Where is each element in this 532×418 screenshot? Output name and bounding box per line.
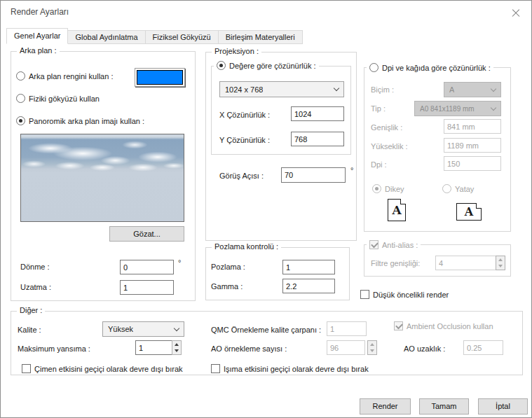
checkbox-checked-icon bbox=[369, 240, 378, 249]
page-fold-corner bbox=[400, 199, 406, 204]
tab-global-aydinlatma[interactable]: Global Aydınlatma bbox=[67, 30, 145, 44]
radio-panoramic-image[interactable]: Panoromik arka plan imajı kullan : bbox=[16, 116, 144, 125]
rotation-unit: ° bbox=[178, 258, 181, 267]
radio-icon-selected bbox=[372, 184, 381, 193]
stretch-input[interactable] bbox=[120, 280, 174, 295]
radio-resolution-by-value[interactable]: Değere göre çözünürlük : bbox=[214, 61, 319, 70]
quality-value: Yüksek bbox=[108, 325, 133, 333]
radio-resolution-by-dpi-label: Dpi ve kağıda göre çözünürlük : bbox=[382, 64, 491, 72]
format-label: Biçim : bbox=[371, 85, 394, 94]
grass-disable-checkbox-row[interactable]: Çimen etkisini geçiçi olarak devre dışı … bbox=[22, 364, 183, 373]
format-value: A bbox=[449, 85, 454, 94]
radio-landscape: Yatay bbox=[442, 184, 474, 193]
radio-icon[interactable] bbox=[369, 63, 378, 72]
height-label: Yükseklik : bbox=[371, 142, 408, 151]
paper-type-dropdown: A0 841x1189 mm bbox=[414, 101, 501, 116]
qmc-label: QMC Örnekleme kalite çarpanı : bbox=[211, 326, 321, 334]
dpi-label-row: Dpi : bbox=[371, 160, 387, 169]
checkbox-icon[interactable] bbox=[211, 364, 220, 373]
ambient-occlusion-checkbox-row: Ambient Occlusion kullan bbox=[394, 321, 493, 330]
rotation-label: Dönme : bbox=[20, 263, 50, 271]
ao-samples-spinner bbox=[367, 340, 377, 355]
spinner-up-icon bbox=[368, 341, 376, 348]
tab-birlesim-materyalleri[interactable]: Birleşim Materyalleri bbox=[218, 30, 303, 44]
rotation-input[interactable] bbox=[120, 260, 174, 274]
gamma-input[interactable] bbox=[282, 279, 335, 293]
emission-disable-checkbox-row[interactable]: Işıma etkisini geçiçi olarak devre dışı … bbox=[211, 364, 369, 373]
radio-portrait: Dikey bbox=[372, 184, 404, 193]
grass-disable-label: Çimen etkisini geçiçi olarak devre dışı … bbox=[34, 365, 183, 373]
tab-genel-ayarlar[interactable]: Genel Ayarlar bbox=[6, 28, 68, 44]
max-reflection-input[interactable] bbox=[135, 340, 172, 355]
panorama-preview-image bbox=[20, 134, 184, 222]
color-swatch-fill bbox=[137, 70, 183, 85]
stretch-label-row: Uzatma : bbox=[20, 283, 51, 291]
radio-background-color-label: Arka plan rengini kullan : bbox=[29, 72, 113, 81]
fov-input[interactable] bbox=[281, 167, 346, 183]
chevron-down-icon bbox=[491, 85, 496, 91]
filter-width-spinner bbox=[496, 256, 505, 270]
ok-button[interactable]: Tamam bbox=[419, 398, 469, 414]
low-priority-checkbox-row[interactable]: Düşük öncelikli render bbox=[360, 290, 449, 299]
ambient-occlusion-label: Ambient Occlusion kullan bbox=[407, 322, 493, 330]
fov-label-row: Görüş Açısı : bbox=[219, 172, 264, 180]
ao-distance-input bbox=[463, 340, 503, 355]
checkbox-icon[interactable] bbox=[22, 364, 31, 373]
landscape-label: Yatay bbox=[455, 185, 474, 193]
radio-resolution-by-dpi[interactable]: Dpi ve kağıda göre çözünürlük : bbox=[367, 63, 493, 72]
spinner-up-icon[interactable] bbox=[172, 341, 181, 348]
background-color-swatch[interactable] bbox=[135, 68, 185, 87]
radio-icon[interactable] bbox=[16, 71, 25, 81]
tab-bar: Genel Ayarlar Global Aydınlatma Fiziksel… bbox=[6, 28, 302, 44]
x-resolution-input[interactable] bbox=[291, 106, 344, 121]
dpi-label: Dpi : bbox=[371, 160, 387, 169]
antialias-label: Anti-alias : bbox=[382, 241, 418, 249]
tab-fiziksel-gokyuzu[interactable]: Fiziksel Gökyüzü bbox=[145, 30, 219, 44]
exposure-label-row: Pozlama : bbox=[211, 263, 245, 271]
radio-icon-selected[interactable] bbox=[217, 61, 226, 70]
type-label: Tip : bbox=[371, 104, 386, 113]
x-resolution-label: X Çözünürlük : bbox=[219, 111, 270, 119]
ao-distance-label-row: AO uzaklık : bbox=[404, 344, 445, 353]
quality-label: Kalite : bbox=[18, 326, 41, 334]
page-fold-corner bbox=[476, 203, 482, 209]
spinner-down-icon bbox=[368, 348, 376, 355]
chevron-down-icon bbox=[174, 325, 179, 330]
y-resolution-input[interactable] bbox=[291, 132, 344, 146]
checkbox-icon[interactable] bbox=[360, 290, 369, 299]
qmc-input bbox=[327, 321, 367, 336]
dpi-input bbox=[444, 156, 501, 171]
ao-samples-input bbox=[327, 340, 365, 355]
max-reflection-label: Maksimum yansıma : bbox=[18, 344, 90, 353]
browse-button[interactable]: Gözat... bbox=[109, 226, 184, 242]
checkbox-checked-icon bbox=[394, 321, 403, 330]
format-label-row: Biçim : bbox=[371, 85, 394, 94]
width-label-row: Genişlik : bbox=[371, 123, 402, 132]
cancel-button[interactable]: İptal bbox=[478, 398, 528, 414]
gamma-label: Gamma : bbox=[211, 282, 243, 291]
paper-width-input bbox=[444, 119, 501, 134]
resolution-preset-dropdown[interactable]: 1024 x 768 bbox=[219, 81, 344, 97]
ao-samples-label-row: AO örnekleme sayısı : bbox=[211, 344, 287, 353]
render-settings-dialog: Render Ayarları Genel Ayarlar Global Ayd… bbox=[0, 0, 532, 418]
radio-icon-selected[interactable] bbox=[16, 116, 25, 125]
ao-samples-label: AO örnekleme sayısı : bbox=[211, 344, 287, 353]
paper-type-value: A0 841x1189 mm bbox=[420, 105, 475, 113]
spinner-down-icon[interactable] bbox=[172, 348, 181, 355]
max-reflection-spinner[interactable] bbox=[172, 340, 182, 355]
radio-icon[interactable] bbox=[16, 94, 25, 103]
radio-background-color[interactable]: Arka plan rengini kullan : bbox=[16, 71, 113, 81]
antialias-checkbox-row: Anti-alias : bbox=[367, 240, 421, 249]
radio-physical-sky[interactable]: Fiziki gökyüzü kullan bbox=[16, 94, 100, 103]
stretch-label: Uzatma : bbox=[20, 283, 51, 291]
quality-dropdown[interactable]: Yüksek bbox=[102, 321, 184, 337]
close-icon[interactable] bbox=[509, 6, 523, 20]
resolution-preset-value: 1024 x 768 bbox=[225, 85, 263, 94]
exposure-input[interactable] bbox=[282, 260, 335, 274]
gamma-label-row: Gamma : bbox=[211, 282, 243, 291]
window-title: Render Ayarları bbox=[11, 7, 69, 17]
render-button[interactable]: Render bbox=[360, 398, 411, 414]
fov-unit: ° bbox=[350, 166, 353, 174]
filter-width-label: Filtre genişliği: bbox=[371, 259, 420, 267]
chevron-down-icon bbox=[334, 85, 339, 91]
